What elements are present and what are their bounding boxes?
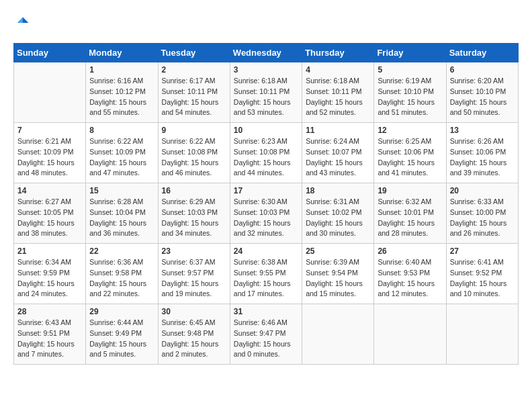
cell-text: Sunset: 10:08 PM (162, 147, 226, 158)
cell-text: and 26 minutes. (450, 228, 515, 239)
week-row: 1Sunrise: 6:16 AMSunset: 10:12 PMDayligh… (14, 62, 519, 123)
cell-text: Sunrise: 6:18 AM (234, 76, 298, 87)
cell-text: Sunset: 9:49 PM (89, 328, 154, 339)
column-header-friday: Friday (374, 44, 446, 62)
cell-text: Daylight: 15 hours (378, 158, 442, 169)
cell-text: Sunset: 10:10 PM (378, 87, 442, 97)
calendar-cell: 12Sunrise: 6:25 AMSunset: 10:06 PMDaylig… (374, 123, 446, 183)
cell-text: and 2 minutes. (162, 349, 226, 360)
day-number: 23 (162, 246, 226, 256)
cell-text: Sunset: 10:00 PM (450, 208, 515, 218)
cell-text: and 47 minutes. (89, 168, 154, 179)
day-number: 14 (17, 186, 82, 195)
calendar-cell: 27Sunrise: 6:41 AMSunset: 9:52 PMDayligh… (446, 244, 518, 304)
cell-text: and 44 minutes. (234, 168, 298, 179)
column-header-thursday: Thursday (302, 44, 374, 62)
cell-text: Sunset: 10:08 PM (234, 147, 298, 158)
week-row: 21Sunrise: 6:34 AMSunset: 9:59 PMDayligh… (14, 244, 519, 304)
cell-text: Sunset: 9:54 PM (306, 268, 370, 279)
cell-text: Daylight: 15 hours (234, 218, 298, 229)
calendar-cell (302, 304, 374, 365)
cell-text: and 52 minutes. (306, 107, 370, 118)
calendar-cell: 23Sunrise: 6:37 AMSunset: 9:57 PMDayligh… (158, 244, 230, 304)
cell-text: Sunrise: 6:29 AM (162, 197, 226, 208)
cell-text: Sunset: 10:01 PM (378, 208, 442, 218)
cell-text: and 34 minutes. (162, 228, 226, 239)
calendar-cell: 16Sunrise: 6:29 AMSunset: 10:03 PMDaylig… (158, 183, 230, 244)
cell-text: and 46 minutes. (162, 168, 226, 179)
cell-text: and 15 minutes. (306, 289, 370, 300)
calendar-cell: 19Sunrise: 6:32 AMSunset: 10:01 PMDaylig… (374, 183, 446, 244)
calendar-cell: 11Sunrise: 6:24 AMSunset: 10:07 PMDaylig… (302, 123, 374, 183)
calendar-cell: 22Sunrise: 6:36 AMSunset: 9:58 PMDayligh… (86, 244, 158, 304)
page-container: SundayMondayTuesdayWednesdayThursdayFrid… (13, 13, 519, 365)
cell-text: Daylight: 15 hours (306, 97, 370, 108)
cell-text: Sunset: 10:02 PM (306, 208, 370, 218)
cell-text: Sunset: 10:05 PM (17, 208, 82, 218)
cell-text: and 12 minutes. (378, 289, 442, 300)
cell-text: Sunset: 9:47 PM (234, 328, 298, 339)
column-header-monday: Monday (86, 44, 158, 62)
calendar-cell: 15Sunrise: 6:28 AMSunset: 10:04 PMDaylig… (86, 183, 158, 244)
week-row: 28Sunrise: 6:43 AMSunset: 9:51 PMDayligh… (14, 304, 519, 365)
day-number: 31 (234, 307, 298, 316)
week-row: 7Sunrise: 6:21 AMSunset: 10:09 PMDayligh… (14, 123, 519, 183)
cell-text: and 53 minutes. (234, 107, 298, 118)
cell-text: Sunset: 9:53 PM (378, 268, 442, 279)
cell-text: Daylight: 15 hours (450, 158, 515, 169)
calendar-cell: 10Sunrise: 6:23 AMSunset: 10:08 PMDaylig… (230, 123, 302, 183)
cell-text: Sunrise: 6:20 AM (450, 76, 515, 87)
calendar-cell: 25Sunrise: 6:39 AMSunset: 9:54 PMDayligh… (302, 244, 374, 304)
day-number: 21 (17, 246, 82, 256)
header-row: SundayMondayTuesdayWednesdayThursdayFrid… (14, 44, 519, 62)
cell-text: Sunrise: 6:46 AM (234, 318, 298, 328)
cell-text: Daylight: 15 hours (162, 158, 226, 169)
calendar-cell: 26Sunrise: 6:40 AMSunset: 9:53 PMDayligh… (374, 244, 446, 304)
cell-text: Sunrise: 6:24 AM (306, 136, 370, 147)
page-header (13, 13, 519, 32)
cell-text: Sunset: 10:11 PM (234, 87, 298, 97)
day-number: 28 (17, 307, 82, 316)
cell-text: Sunset: 10:09 PM (17, 147, 82, 158)
cell-text: Sunrise: 6:36 AM (89, 257, 154, 268)
column-header-wednesday: Wednesday (230, 44, 302, 62)
day-number: 17 (234, 186, 298, 195)
cell-text: and 17 minutes. (234, 289, 298, 300)
day-number: 18 (306, 186, 370, 195)
day-number: 19 (378, 186, 442, 195)
cell-text: Daylight: 15 hours (306, 218, 370, 229)
cell-text: Daylight: 15 hours (234, 97, 298, 108)
cell-text: and 41 minutes. (378, 168, 442, 179)
cell-text: and 0 minutes. (234, 349, 298, 360)
cell-text: Daylight: 15 hours (17, 339, 82, 350)
cell-text: Sunrise: 6:25 AM (378, 136, 442, 147)
cell-text: and 55 minutes. (89, 107, 154, 118)
cell-text: Sunrise: 6:28 AM (89, 197, 154, 208)
day-number: 15 (89, 186, 154, 195)
cell-text: Daylight: 15 hours (306, 158, 370, 169)
cell-text: Sunrise: 6:33 AM (450, 197, 515, 208)
cell-text: Daylight: 15 hours (378, 97, 442, 108)
cell-text: Daylight: 15 hours (17, 218, 82, 229)
cell-text: and 36 minutes. (89, 228, 154, 239)
day-number: 10 (234, 126, 298, 135)
day-number: 26 (378, 246, 442, 256)
cell-text: Sunset: 10:10 PM (450, 87, 515, 97)
cell-text: Sunset: 10:06 PM (378, 147, 442, 158)
calendar-cell: 4Sunrise: 6:18 AMSunset: 10:11 PMDayligh… (302, 62, 374, 123)
calendar-cell: 9Sunrise: 6:22 AMSunset: 10:08 PMDayligh… (158, 123, 230, 183)
day-number: 8 (89, 126, 154, 135)
day-number: 12 (378, 126, 442, 135)
cell-text: Daylight: 15 hours (89, 339, 154, 350)
cell-text: Sunrise: 6:23 AM (234, 136, 298, 147)
column-header-tuesday: Tuesday (158, 44, 230, 62)
cell-text: and 28 minutes. (378, 228, 442, 239)
cell-text: Sunrise: 6:30 AM (234, 197, 298, 208)
cell-text: and 39 minutes. (450, 168, 515, 179)
cell-text: Sunset: 9:59 PM (17, 268, 82, 279)
cell-text: Sunrise: 6:16 AM (89, 76, 154, 87)
cell-text: and 30 minutes. (306, 228, 370, 239)
cell-text: and 50 minutes. (450, 107, 515, 118)
cell-text: and 43 minutes. (306, 168, 370, 179)
cell-text: Sunrise: 6:43 AM (17, 318, 82, 328)
